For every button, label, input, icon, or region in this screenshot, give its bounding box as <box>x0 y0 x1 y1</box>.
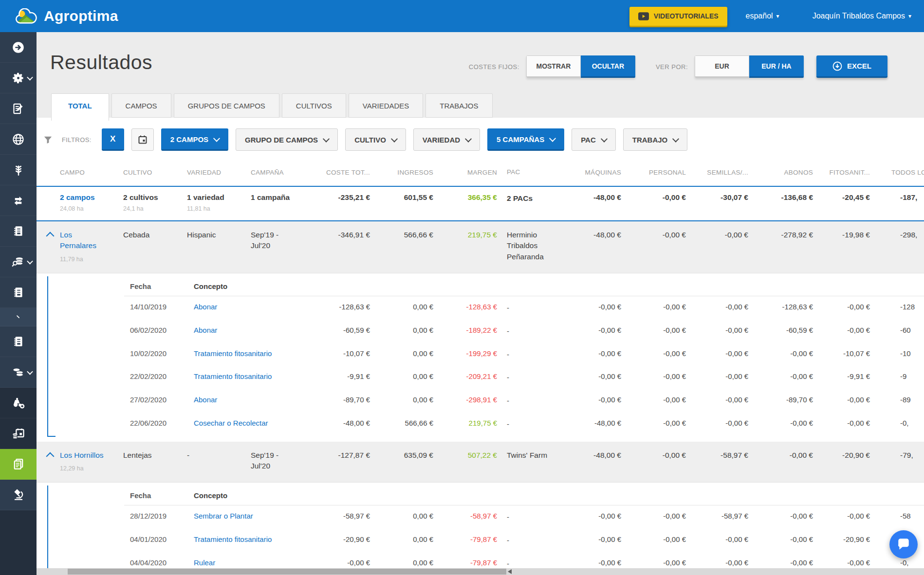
sidebar-item-sales[interactable] <box>0 357 37 388</box>
filter-pac[interactable]: PAC <box>572 128 616 151</box>
filter-cultivo[interactable]: CULTIVO <box>345 128 406 151</box>
scroll-left-arrow-icon[interactable] <box>508 569 512 574</box>
sidebar-item-notes[interactable] <box>0 93 37 124</box>
clear-filters-button[interactable]: X <box>102 128 124 151</box>
filter-grupo-de-campos[interactable]: GRUPO DE CAMPOS <box>236 128 338 151</box>
app-root: Agroptima VIDEOTUTORIALES español ▾ Joaq… <box>0 0 924 575</box>
concepto-link[interactable]: Rulear <box>194 558 215 567</box>
tab-variedades[interactable]: VARIEDADES <box>349 93 424 118</box>
costes-fijos-toggle: MOSTRAR OCULTAR <box>526 55 635 78</box>
filter-trabajo[interactable]: TRABAJO <box>623 128 688 151</box>
gear-icon <box>12 72 25 85</box>
concepto-link[interactable]: Abonar <box>194 395 217 404</box>
detail-block-los-pernalares: Fecha Concepto 14/10/2019 Abonar -128,63… <box>37 273 924 442</box>
eur-ha-button[interactable]: EUR / HA <box>749 55 804 78</box>
transfer-arrows-icon <box>12 194 25 207</box>
topbar: Agroptima VIDEOTUTORIALES español ▾ Joaq… <box>0 0 924 32</box>
chevron-down-icon <box>27 369 33 375</box>
date-filter-button[interactable] <box>131 128 154 151</box>
column-header-personal: PERSONAL <box>625 169 690 176</box>
documents-icon <box>12 457 25 471</box>
chevron-down-icon <box>213 135 220 142</box>
sidebar-item-machinery-add[interactable] <box>0 388 37 418</box>
column-header-cultivo: CULTIVO <box>123 169 187 176</box>
concepto-link[interactable]: Tratamiento fitosanitario <box>194 535 272 543</box>
sidebar-item-reports-active[interactable] <box>0 449 37 480</box>
campo-link[interactable]: Los Hornillos <box>60 450 104 461</box>
collapse-chevron-icon[interactable] <box>46 452 55 460</box>
user-menu[interactable]: Joaquín Tribaldos Campos ▾ <box>813 12 911 20</box>
detail-row: 27/02/2020 Abonar -89,70 € 0,00 € -298,9… <box>37 389 924 413</box>
videotutoriales-button[interactable]: VIDEOTUTORIALES <box>629 7 727 26</box>
sidebar-item-notebook-1[interactable] <box>0 216 37 247</box>
column-header-margen: MARGEN <box>437 169 501 176</box>
calendar-icon <box>138 135 148 144</box>
sidebar-item-map[interactable] <box>0 124 37 155</box>
concepto-link[interactable]: Sembrar o Plantar <box>194 512 253 520</box>
concepto-header: Concepto <box>187 491 314 500</box>
tab-campos[interactable]: CAMPOS <box>111 93 171 118</box>
horizontal-scrollbar[interactable] <box>37 568 924 575</box>
sidebar-item-notebook-2[interactable] <box>0 277 37 308</box>
filter-campos[interactable]: 2 CAMPOS <box>161 128 228 151</box>
sidebar-item-crops[interactable] <box>0 155 37 185</box>
chevron-down-icon: ▾ <box>908 13 911 19</box>
sidebar-item-settings[interactable] <box>0 63 37 93</box>
coins-search-icon <box>12 255 25 269</box>
tab-cultivos[interactable]: CULTIVOS <box>282 93 346 118</box>
page-title: Resultados <box>50 51 152 74</box>
sidebar-item-payroll[interactable] <box>0 418 37 449</box>
eur-button[interactable]: EUR <box>695 55 749 78</box>
chevron-down-icon <box>465 136 472 143</box>
chat-widget-button[interactable] <box>889 530 918 558</box>
sidebar-item-notebook-3[interactable] <box>0 326 37 357</box>
sidebar-item-expand[interactable] <box>0 32 37 63</box>
sidebar-item-movements[interactable] <box>0 185 37 216</box>
chevron-down-icon <box>323 136 330 143</box>
cell-pac: 2 PACs <box>501 193 576 204</box>
concepto-header: Concepto <box>187 282 314 290</box>
total-campos-link[interactable]: 2 campos <box>60 193 95 201</box>
detail-row: 06/02/2020 Abonar -60,59 € 0,00 € -189,2… <box>37 320 924 343</box>
tab-bar: TOTAL CAMPOS GRUPOS DE CAMPOS CULTIVOS V… <box>37 93 924 118</box>
campo-link[interactable]: Los Pernalares <box>60 230 106 252</box>
concepto-link[interactable]: Tratamiento fitosanitario <box>194 372 272 380</box>
sidebar-item-mini[interactable] <box>0 308 37 326</box>
brand[interactable]: Agroptima <box>15 8 118 24</box>
detail-row: 22/06/2020 Cosechar o Recolectar -48,00 … <box>37 413 924 436</box>
cell-coste: -235,21 € <box>314 193 374 202</box>
scrollbar-thumb[interactable] <box>68 569 506 575</box>
wheat-icon <box>12 163 25 176</box>
ver-por-toggle: EUR EUR / HA <box>695 55 804 78</box>
filter-variedad[interactable]: VARIEDAD <box>413 128 480 151</box>
sidebar-item-analysis[interactable] <box>0 480 37 510</box>
download-icon <box>832 61 842 71</box>
brand-name: Agroptima <box>44 8 118 24</box>
sidebar-item-costs[interactable] <box>0 247 37 277</box>
mini-mark-icon <box>15 314 22 321</box>
cell-margen: 366,35 € <box>437 193 501 202</box>
excel-button[interactable]: EXCEL <box>816 55 887 78</box>
detail-row: 04/01/2020 Tratamiento fitosanitario -20… <box>37 529 924 552</box>
collapse-chevron-icon[interactable] <box>46 232 55 240</box>
tab-trabajos[interactable]: TRABAJOS <box>425 93 492 118</box>
funnel-icon <box>43 135 53 144</box>
detail-row: 28/12/2019 Sembrar o Plantar -58,97 € 0,… <box>37 505 924 529</box>
ocultar-button[interactable]: OCULTAR <box>581 55 635 78</box>
concepto-link[interactable]: Cosechar o Recolectar <box>194 419 268 427</box>
tab-total[interactable]: TOTAL <box>51 93 109 121</box>
concepto-link[interactable]: Abonar <box>194 326 217 334</box>
filter-campanas[interactable]: 5 CAMPAÑAS <box>487 128 564 151</box>
mostrar-button[interactable]: MOSTRAR <box>526 55 581 78</box>
concepto-link[interactable]: Abonar <box>194 303 217 311</box>
chevron-down-icon: ▾ <box>776 13 779 19</box>
tab-grupos-de-campos[interactable]: GRUPOS DE CAMPOS <box>174 93 279 118</box>
excel-label: EXCEL <box>847 62 871 70</box>
title-row: Resultados COSTES FIJOS: MOSTRAR OCULTAR… <box>37 32 924 78</box>
microscope-icon <box>12 488 25 502</box>
concepto-link[interactable]: Tratamiento fitosanitario <box>194 349 272 358</box>
expand-arrow-icon <box>12 41 25 54</box>
chevron-down-icon <box>27 74 33 81</box>
language-menu[interactable]: español ▾ <box>746 12 779 20</box>
detail-row: 10/02/2020 Tratamiento fitosanitario -10… <box>37 343 924 366</box>
